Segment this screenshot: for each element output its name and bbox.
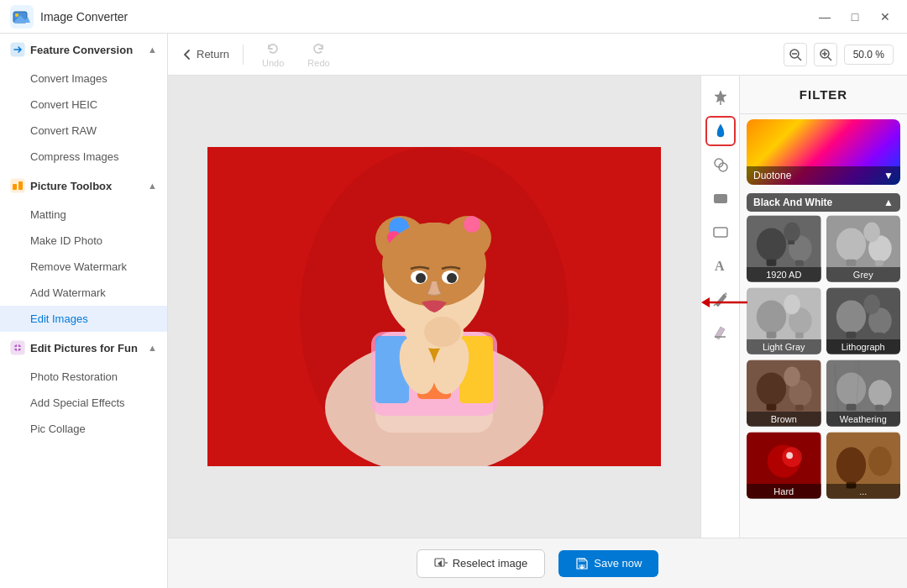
filter-hard[interactable]: Hard: [747, 432, 821, 499]
svg-point-33: [464, 216, 480, 233]
content-area: Return Undo Redo: [168, 34, 907, 588]
zoom-in-icon: [819, 48, 832, 61]
sidebar-item-add-special-effects[interactable]: Add Special Effects: [0, 390, 167, 416]
svg-point-77: [757, 372, 786, 405]
text-tool-button[interactable]: A: [705, 250, 736, 281]
minimize-button[interactable]: —: [813, 5, 836, 29]
sidebar-item-add-watermark[interactable]: Add Watermark: [0, 280, 167, 306]
svg-point-69: [784, 295, 800, 315]
sidebar-item-pic-collage[interactable]: Pic Collage: [0, 416, 167, 442]
zoom-out-button[interactable]: [784, 43, 807, 66]
titlebar-left: Image Converter: [10, 5, 128, 29]
sidebar-item-compress-images[interactable]: Compress Images: [0, 144, 167, 170]
back-label: Return: [197, 48, 229, 60]
save-button[interactable]: Save now: [558, 550, 658, 577]
main-layout: Feature Conversion ▲ Convert Images Conv…: [0, 34, 907, 588]
bottom-bar: Reselect image Save now: [168, 538, 907, 588]
close-button[interactable]: ✕: [873, 5, 897, 29]
circles-icon: [712, 156, 729, 173]
reselect-button[interactable]: Reselect image: [417, 549, 546, 578]
filter-extra-label: ...: [826, 484, 901, 499]
filter-bw-arrow: ▲: [883, 197, 894, 208]
svg-point-52: [757, 228, 786, 260]
edit-pictures-label: Edit Pictures for Fun: [30, 342, 138, 354]
filter-bw-section-header[interactable]: Black And White ▲: [747, 193, 900, 212]
reselect-icon: [434, 557, 448, 570]
eraser-icon: [712, 324, 729, 341]
svg-rect-66: [767, 332, 777, 339]
toolbar-right: 50.0 %: [784, 43, 894, 66]
picture-toolbox-arrow: ▲: [148, 181, 157, 191]
filter-drop-icon: [712, 123, 729, 139]
svg-point-65: [757, 300, 786, 333]
undo-button[interactable]: Undo: [257, 39, 289, 70]
maximize-button[interactable]: □: [843, 5, 867, 29]
filter-hard-label: Hard: [747, 484, 821, 499]
svg-point-96: [868, 446, 892, 475]
filled-rect-icon: [712, 190, 729, 207]
pin-tool-button[interactable]: [705, 82, 736, 113]
app-title: Image Converter: [40, 10, 128, 24]
eraser-tool-button[interactable]: [705, 318, 736, 348]
sidebar-section-feature-conversion[interactable]: Feature Conversion ▲: [0, 34, 167, 66]
svg-rect-60: [846, 260, 856, 266]
filter-lithograph-label: Lithograph: [826, 339, 901, 354]
filter-light-gray[interactable]: Light Gray: [747, 287, 821, 354]
pen-tool-button[interactable]: [705, 284, 736, 314]
sidebar-item-photo-restoration[interactable]: Photo Restoration: [0, 364, 167, 390]
svg-rect-55: [795, 260, 804, 266]
filter-bw-grid: 1920 AD Grey: [740, 215, 907, 432]
svg-rect-46: [714, 194, 727, 203]
circles-tool-button[interactable]: [705, 150, 736, 180]
toolbar: Return Undo Redo: [168, 34, 907, 76]
svg-line-49: [714, 304, 716, 306]
filter-brown[interactable]: Brown: [747, 360, 821, 427]
redo-icon: [311, 41, 326, 56]
feature-conversion-arrow: ▲: [148, 45, 157, 55]
sidebar-item-make-id-photo[interactable]: Make ID Photo: [0, 228, 167, 254]
filter-1920ad[interactable]: 1920 AD: [747, 215, 821, 282]
svg-point-92: [786, 452, 793, 459]
svg-rect-86: [875, 405, 883, 411]
sidebar: Feature Conversion ▲ Convert Images Conv…: [0, 34, 168, 588]
sidebar-section-picture-toolbox[interactable]: Picture Toolbox ▲: [0, 170, 167, 202]
sidebar-item-edit-images[interactable]: Edit Images: [0, 306, 167, 332]
sidebar-section-edit-pictures[interactable]: Edit Pictures for Fun ▲: [0, 332, 167, 364]
edit-pictures-icon: [10, 340, 25, 355]
svg-point-42: [424, 317, 461, 347]
sidebar-item-remove-watermark[interactable]: Remove Watermark: [0, 254, 167, 280]
svg-rect-47: [714, 228, 727, 237]
filter-light-gray-label: Light Gray: [747, 339, 821, 354]
filter-lithograph[interactable]: Lithograph: [826, 287, 901, 354]
redo-label: Redo: [307, 58, 329, 68]
sidebar-item-convert-raw[interactable]: Convert RAW: [0, 118, 167, 144]
sidebar-item-convert-heic[interactable]: Convert HEIC: [0, 92, 167, 118]
back-arrow-icon: [181, 49, 193, 60]
filter-grey[interactable]: Grey: [826, 215, 901, 282]
zoom-in-button[interactable]: [814, 43, 837, 66]
filter-tool-button[interactable]: [705, 116, 736, 146]
feature-conversion-label: Feature Conversion: [30, 44, 133, 56]
sidebar-item-matting[interactable]: Matting: [0, 202, 167, 228]
rect-tool-button[interactable]: [705, 217, 736, 247]
redo-button[interactable]: Redo: [302, 39, 334, 70]
reselect-label: Reselect image: [453, 557, 528, 570]
filter-extra[interactable]: ...: [826, 432, 901, 499]
filter-duotone-arrow: ▼: [883, 170, 894, 181]
tools-panel: A: [700, 76, 739, 538]
filter-duotone[interactable]: Duotone ▼: [747, 119, 900, 185]
filter-weathering[interactable]: Weathering: [826, 360, 901, 427]
filled-rect-tool-button[interactable]: [705, 183, 736, 213]
canvas-area: [168, 76, 700, 538]
filter-header: FILTER: [740, 76, 907, 114]
svg-point-38: [447, 273, 457, 283]
sidebar-item-convert-images[interactable]: Convert Images: [0, 66, 167, 92]
edit-pictures-arrow: ▲: [148, 343, 157, 353]
svg-point-83: [836, 372, 865, 405]
titlebar: Image Converter — □ ✕: [0, 0, 907, 34]
back-button[interactable]: Return: [181, 48, 229, 60]
svg-rect-68: [795, 333, 804, 339]
svg-rect-57: [788, 240, 794, 244]
svg-rect-84: [846, 404, 856, 411]
image-canvas: [207, 147, 661, 466]
